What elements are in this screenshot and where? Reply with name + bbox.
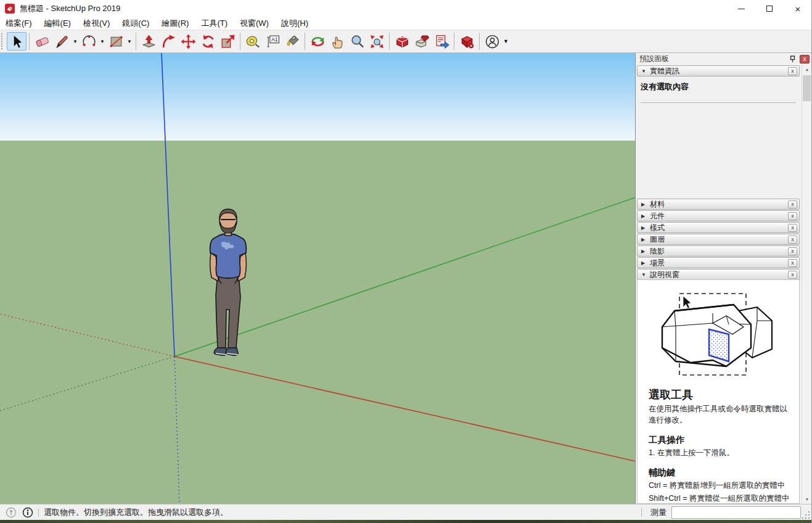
share-model-icon — [414, 34, 430, 49]
tray-close-button[interactable]: x — [800, 55, 810, 64]
toolbar-separator — [305, 33, 305, 50]
arc-tool-button[interactable] — [79, 32, 99, 51]
push-pull-tool-button[interactable] — [139, 32, 158, 51]
axis-red-dotted — [0, 314, 174, 356]
scale-tool-button[interactable] — [218, 32, 237, 51]
menu-view[interactable]: 檢視(V) — [77, 17, 116, 30]
instructor-close-button[interactable]: x — [788, 271, 797, 279]
rotate-tool-button[interactable] — [198, 32, 218, 51]
select-tool-button[interactable] — [7, 32, 27, 51]
menu-tools[interactable]: 工具(T) — [195, 17, 234, 30]
maximize-icon — [766, 6, 773, 12]
components-label: 元件 — [650, 211, 788, 221]
minimize-icon — [738, 9, 745, 9]
follow-me-tool-button[interactable] — [158, 32, 178, 51]
eraser-icon — [35, 34, 50, 49]
move-tool-button[interactable] — [178, 32, 198, 51]
measurements-input[interactable] — [671, 506, 801, 519]
send-to-layout-icon — [434, 34, 449, 49]
instructor-modifier-heading: 輔助鍵 — [649, 467, 792, 479]
text-icon: A1 — [265, 34, 281, 49]
section-styles[interactable]: ▶ 樣式 x — [637, 222, 800, 233]
instructor-tool-title: 選取工具 — [649, 387, 792, 402]
section-scenes[interactable]: ▶ 場景 x — [637, 257, 800, 268]
orbit-tool-button[interactable] — [308, 32, 327, 51]
components-close-button[interactable]: x — [788, 212, 797, 220]
scenes-close-button[interactable]: x — [788, 259, 797, 267]
menu-window[interactable]: 視窗(W) — [234, 17, 275, 30]
section-components[interactable]: ▶ 元件 x — [637, 210, 800, 221]
zoom-tool-button[interactable] — [347, 32, 367, 51]
line-tool-button[interactable] — [52, 32, 72, 51]
toolbar-separator — [389, 33, 390, 50]
pan-tool-button[interactable] — [327, 32, 347, 51]
section-entity-info[interactable]: ▼ 實體資訊 x — [637, 65, 800, 76]
account-dropdown-arrow[interactable]: ▼ — [503, 38, 509, 44]
tape-measure-tool-button[interactable] — [243, 32, 263, 51]
instructor-modifier-shift-ctrl: Shift+Ctrl = 將實體從一組所選取的實體中除去 — [649, 493, 792, 504]
eraser-tool-button[interactable] — [32, 32, 52, 51]
toolbar-separator — [29, 33, 30, 50]
scroll-up-icon[interactable]: ▲ — [802, 65, 812, 74]
rectangle-dropdown-arrow[interactable]: ▼ — [126, 39, 133, 44]
chevron-right-icon: ▶ — [641, 225, 650, 231]
text-tool-button[interactable]: A1 — [263, 32, 282, 51]
instructor-operation-step: 1. 在實體上按一下滑鼠。 — [649, 447, 792, 458]
share-model-button[interactable] — [412, 32, 432, 51]
shadows-close-button[interactable]: x — [788, 247, 797, 255]
zoom-magnifier-icon — [350, 34, 365, 49]
resize-grip[interactable] — [802, 510, 811, 519]
layers-label: 圖層 — [650, 234, 788, 245]
follow-me-icon — [161, 34, 176, 49]
entity-info-close-button[interactable]: x — [788, 67, 797, 75]
shadows-label: 陰影 — [650, 246, 788, 257]
measurements-label: 測量 — [650, 507, 666, 518]
geolocation-status-icon[interactable] — [6, 507, 17, 518]
3d-warehouse-button[interactable] — [392, 32, 412, 51]
model-viewport[interactable] — [0, 53, 636, 504]
minimize-button[interactable] — [727, 0, 755, 17]
chevron-down-icon: ▼ — [641, 272, 650, 278]
chevron-right-icon: ▶ — [641, 260, 650, 266]
menu-help[interactable]: 說明(H) — [275, 17, 314, 30]
menu-edit[interactable]: 編輯(E) — [38, 17, 77, 30]
toolbar-separator — [136, 33, 136, 50]
menu-bar: 檔案(F) 編輯(E) 檢視(V) 鏡頭(C) 繪圖(R) 工具(T) 視窗(W… — [0, 17, 812, 30]
move-icon — [181, 34, 196, 49]
section-layers[interactable]: ▶ 圖層 x — [637, 234, 800, 245]
3d-warehouse-icon — [395, 34, 410, 49]
instructor-operation-heading: 工具操作 — [649, 434, 792, 446]
zoom-extents-tool-button[interactable] — [367, 32, 387, 51]
tray-title: 預設面板 — [639, 54, 787, 64]
send-to-layout-button[interactable] — [432, 32, 451, 51]
scale-figure-person[interactable] — [201, 205, 255, 358]
pin-icon[interactable] — [787, 55, 797, 64]
styles-label: 樣式 — [650, 223, 788, 233]
extension-warehouse-button[interactable] — [457, 32, 477, 51]
styles-close-button[interactable]: x — [788, 224, 797, 232]
scroll-down-icon[interactable]: ▼ — [802, 495, 812, 504]
rectangle-tool-button[interactable] — [106, 32, 126, 51]
section-instructor[interactable]: ▼ 說明視窗 x — [637, 269, 800, 280]
menu-draw[interactable]: 繪圖(R) — [155, 17, 195, 30]
layers-close-button[interactable]: x — [788, 236, 797, 244]
line-dropdown-arrow[interactable]: ▼ — [72, 39, 79, 44]
entity-info-content: 沒有選取內容 — [636, 76, 801, 198]
menu-camera[interactable]: 鏡頭(C) — [116, 17, 155, 30]
chevron-down-icon: ▼ — [641, 68, 650, 74]
close-button[interactable]: × — [784, 0, 812, 17]
credits-info-icon[interactable] — [22, 507, 33, 518]
sketchup-logo-icon — [5, 4, 15, 14]
panel-scrollbar[interactable]: ▲ ▼ — [802, 65, 811, 504]
section-materials[interactable]: ▶ 材料 x — [637, 199, 800, 210]
account-button[interactable] — [482, 32, 502, 51]
toolbar-drag-handle[interactable] — [1, 33, 5, 49]
paint-bucket-tool-button[interactable] — [282, 32, 302, 51]
maximize-button[interactable] — [755, 0, 784, 17]
scrollbar-thumb[interactable] — [803, 75, 811, 101]
menu-file[interactable]: 檔案(F) — [0, 17, 38, 30]
materials-close-button[interactable]: x — [788, 200, 797, 208]
arc-dropdown-arrow[interactable]: ▼ — [99, 39, 106, 44]
section-shadows[interactable]: ▶ 陰影 x — [637, 245, 800, 257]
axis-green-dotted — [0, 356, 174, 411]
